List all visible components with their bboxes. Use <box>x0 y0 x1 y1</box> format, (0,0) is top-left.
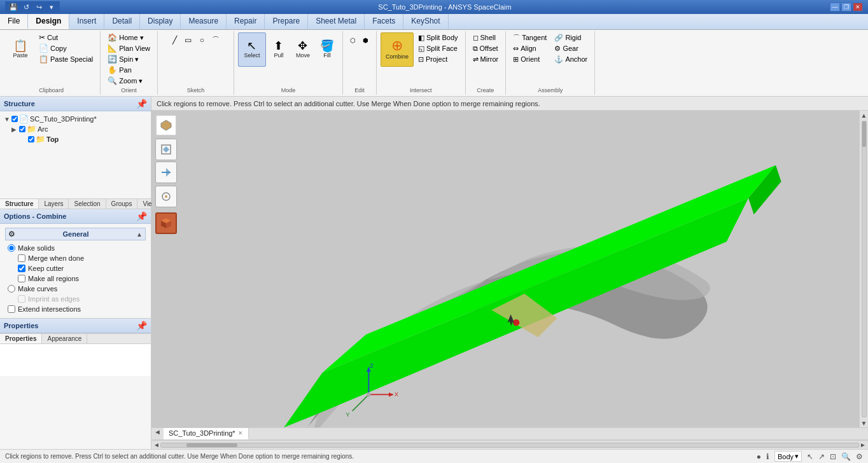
circle-button[interactable]: ○ <box>195 32 208 48</box>
home-button[interactable]: 🏠Home ▾ <box>104 32 153 43</box>
make-all-regions-label[interactable]: Make all regions <box>28 275 79 282</box>
cut-button[interactable]: ✂Cut <box>36 32 96 43</box>
general-collapse-icon[interactable]: ▲ <box>136 231 143 238</box>
tab-facets[interactable]: Facets <box>365 14 403 29</box>
keep-cutter-label[interactable]: Keep cutter <box>28 265 64 272</box>
zoom-icon-bottom[interactable]: 🔍 <box>841 452 851 461</box>
tree-toggle-arc[interactable]: ▶ <box>11 126 18 133</box>
properties-tab-properties[interactable]: Properties <box>0 334 42 343</box>
sidebar-tab-selection[interactable]: Selection <box>69 199 106 209</box>
doc-tab-main[interactable]: SC_Tuto_3DPrinting* ✕ <box>164 428 249 439</box>
orient-asm-button[interactable]: ⊞Orient <box>510 54 550 64</box>
tree-item-top[interactable]: 📁 Top <box>3 134 148 144</box>
paste-special-button[interactable]: 📋Paste Special <box>36 54 96 64</box>
arc-button[interactable]: ⌒ <box>209 32 223 48</box>
tree-toggle-top[interactable] <box>20 136 27 143</box>
tree-toggle-root[interactable]: ▼ <box>4 116 10 123</box>
project-button[interactable]: ⊡Project <box>415 54 461 64</box>
doc-tab-close[interactable]: ✕ <box>238 430 243 436</box>
qa-dropdown[interactable]: ▾ <box>46 1 57 13</box>
tab-keyshot[interactable]: KeyShot <box>403 14 448 29</box>
view-btn2[interactable] <box>155 139 177 160</box>
anchor-button[interactable]: ⚓Anchor <box>551 54 591 64</box>
v-scroll-thumb[interactable] <box>862 121 866 147</box>
edit-btn1[interactable]: ⬡ <box>347 32 359 48</box>
tab-display[interactable]: Display <box>140 14 181 29</box>
qa-undo[interactable]: ↺ <box>20 1 32 13</box>
3d-view-button[interactable] <box>155 212 177 234</box>
zoom-button[interactable]: 🔍Zoom ▾ <box>104 76 153 86</box>
canvas-area[interactable]: Z X Y <box>151 111 859 427</box>
zoom-fit-icon[interactable]: ⊡ <box>830 452 836 461</box>
spin-button[interactable]: 🔄Spin ▾ <box>104 54 153 64</box>
make-solids-label[interactable]: Make solids <box>18 244 55 252</box>
tab-design[interactable]: Design <box>28 14 69 29</box>
tree-item-root[interactable]: ▼ 📄 SC_Tuto_3DPrinting* <box>3 114 148 124</box>
tab-measure[interactable]: Measure <box>181 14 227 29</box>
sidebar-tab-layers[interactable]: Layers <box>39 199 69 209</box>
h-scroll-left[interactable]: ◄ <box>153 441 160 449</box>
close-button[interactable]: ✕ <box>853 3 863 11</box>
tree-check-top[interactable] <box>28 136 34 142</box>
make-curves-label[interactable]: Make curves <box>18 285 57 293</box>
rect-button[interactable]: ▭ <box>181 32 195 48</box>
properties-pin[interactable]: 📌 <box>136 321 147 331</box>
tree-check-arc[interactable] <box>19 126 25 132</box>
qa-save[interactable]: 💾 <box>8 1 19 13</box>
v-scroll-up[interactable]: ▲ <box>860 111 868 120</box>
extend-intersections-checkbox[interactable] <box>8 305 15 313</box>
tangent-button[interactable]: ⌒Tangent <box>510 32 550 43</box>
view-btn4[interactable] <box>155 186 177 207</box>
split-body-button[interactable]: ◧Split Body <box>415 32 461 43</box>
tab-sheetmetal[interactable]: Sheet Metal <box>308 14 365 29</box>
move-button[interactable]: ✥ Move <box>291 32 314 67</box>
settings-icon[interactable]: ⚙ <box>856 452 863 461</box>
properties-tab-appearance[interactable]: Appearance <box>42 334 87 343</box>
tab-detail[interactable]: Detail <box>104 14 140 29</box>
minimize-button[interactable]: — <box>830 3 840 11</box>
h-scroll-right[interactable]: ► <box>859 441 867 449</box>
plan-view-button[interactable]: 📐Plan View <box>104 43 153 53</box>
body-selector[interactable]: Body ▾ <box>774 451 802 462</box>
make-curves-radio[interactable] <box>8 285 15 293</box>
copy-button[interactable]: 📄Copy <box>36 43 96 53</box>
doc-tab-nav-left[interactable]: ◄ <box>151 428 164 439</box>
view-iso-button[interactable] <box>155 114 177 136</box>
merge-when-done-checkbox[interactable] <box>18 254 25 262</box>
options-pin[interactable]: 📌 <box>136 211 147 221</box>
merge-when-done-label[interactable]: Merge when done <box>28 254 84 262</box>
tab-file[interactable]: File <box>0 14 28 29</box>
structure-pin[interactable]: 📌 <box>136 99 147 109</box>
shell-button[interactable]: ◻Shell <box>470 32 502 43</box>
general-section-header[interactable]: ⚙ General ▲ <box>5 228 146 240</box>
combine-button[interactable]: ⊕ Combine <box>381 32 414 67</box>
sidebar-tab-groups[interactable]: Groups <box>106 199 138 209</box>
align-button[interactable]: ⇔Align <box>510 43 550 53</box>
h-scroll-thumb[interactable] <box>186 443 237 447</box>
fill-button[interactable]: 🪣 Fill <box>316 32 339 67</box>
make-solids-radio[interactable] <box>8 244 15 252</box>
pan-button[interactable]: ✋Pan <box>104 65 153 75</box>
qa-redo[interactable]: ↪ <box>33 1 45 13</box>
pull-button[interactable]: ⬆ Pull <box>267 32 290 67</box>
tree-item-arc[interactable]: ▶ 📁 Arc <box>3 124 148 134</box>
gear-button[interactable]: ⚙Gear <box>551 43 591 53</box>
tab-prepare[interactable]: Prepare <box>265 14 308 29</box>
line-button[interactable]: ╱ <box>168 32 181 48</box>
tab-insert[interactable]: Insert <box>69 14 104 29</box>
make-all-regions-checkbox[interactable] <box>18 275 25 282</box>
maximize-button[interactable]: ❐ <box>841 3 851 11</box>
keep-cutter-checkbox[interactable] <box>18 265 25 272</box>
split-face-button[interactable]: ◱Split Face <box>415 43 461 53</box>
offset-button[interactable]: ⧉Offset <box>470 43 502 53</box>
view-btn3[interactable] <box>155 162 177 183</box>
extend-intersections-label[interactable]: Extend intersections <box>18 305 81 313</box>
rigid-button[interactable]: 🔗Rigid <box>551 32 591 43</box>
edit-btn2[interactable]: ⬢ <box>360 32 372 48</box>
select-button[interactable]: ↖ Select <box>238 32 266 67</box>
tree-check-root[interactable] <box>11 116 18 122</box>
sidebar-tab-structure[interactable]: Structure <box>0 199 39 209</box>
mirror-button[interactable]: ⇌Mirror <box>470 54 502 64</box>
tab-repair[interactable]: Repair <box>227 14 265 29</box>
v-scroll-down[interactable]: ▼ <box>860 418 868 427</box>
